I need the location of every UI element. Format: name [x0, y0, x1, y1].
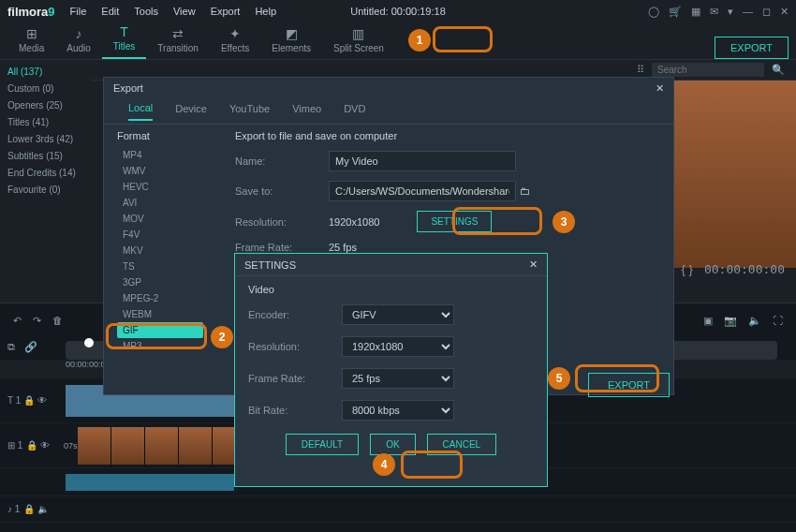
format-mov[interactable]: MOV: [117, 211, 203, 227]
sidebar-item-all[interactable]: All (137): [7, 64, 84, 81]
sidebar-item-subtitles[interactable]: Subtitles (15): [7, 148, 84, 165]
encoder-label: Encoder:: [248, 309, 342, 320]
menu-help[interactable]: Help: [255, 6, 276, 17]
maximize-icon[interactable]: ◻: [762, 6, 771, 18]
export-dialog-title: Export: [113, 82, 143, 94]
format-mp3[interactable]: MP3: [117, 338, 203, 354]
format-f4v[interactable]: F4V: [117, 227, 203, 243]
cancel-button[interactable]: CANCEL: [427, 434, 497, 455]
settings-dialog-title: SETTINGS: [244, 259, 296, 271]
sidebar-item-titles[interactable]: Titles (41): [7, 114, 84, 131]
bitrate-select[interactable]: 8000 kbps: [342, 400, 454, 421]
framerate-label: Frame Rate:: [235, 242, 329, 253]
settings-resolution-label: Resolution:: [248, 341, 342, 352]
settings-button[interactable]: SETTINGS: [417, 211, 492, 232]
export-desc: Export to file and save on computer: [235, 130, 397, 141]
default-button[interactable]: DEFAULT: [286, 434, 359, 455]
export-tab-dvd[interactable]: DVD: [344, 103, 365, 120]
encoder-select[interactable]: GIFV: [342, 304, 454, 325]
media-icon: ⊞: [26, 26, 37, 41]
cart-icon[interactable]: 🛒: [669, 6, 682, 18]
video-clip[interactable]: [78, 427, 246, 465]
export-button-bottom[interactable]: EXPORT: [588, 373, 670, 397]
bitrate-label: Bit Rate:: [248, 405, 342, 416]
ok-button[interactable]: OK: [370, 434, 415, 455]
format-3gp[interactable]: 3GP: [117, 274, 203, 290]
export-tab-device[interactable]: Device: [175, 103, 207, 120]
format-avi[interactable]: AVI: [117, 195, 203, 211]
clip-start-label: 07s: [64, 441, 78, 451]
speaker-icon[interactable]: 🔈: [748, 315, 761, 327]
tab-effects[interactable]: ✦Effects: [210, 22, 260, 59]
undo-icon[interactable]: ↶: [13, 315, 22, 327]
sidebar-item-custom[interactable]: Custom (0): [7, 81, 84, 97]
resolution-value: 1920x1080: [329, 216, 379, 228]
export-close-icon[interactable]: ✕: [656, 82, 664, 95]
resolution-select[interactable]: 1920x1080: [342, 336, 454, 357]
app-logo: filmora9: [7, 5, 55, 19]
menu-edit[interactable]: Edit: [101, 6, 119, 17]
audio-icon: ♪: [76, 26, 82, 41]
export-tab-youtube[interactable]: YouTube: [229, 103, 270, 120]
main-tabs: ⊞Media ♪Audio TTitles ⇄Transition ✦Effec…: [0, 22, 796, 60]
format-header: Format: [117, 130, 203, 141]
export-tab-local[interactable]: Local: [128, 102, 153, 121]
tab-media[interactable]: ⊞Media: [7, 22, 55, 59]
format-webm[interactable]: WEBM: [117, 306, 203, 322]
track-audio[interactable]: ♪ 1 🔒 🔈: [0, 496, 796, 523]
account-icon[interactable]: ◯: [648, 6, 659, 18]
grid-icon[interactable]: ▦: [691, 6, 700, 18]
step-marker-4: 4: [373, 453, 395, 476]
step-marker-5: 5: [548, 367, 570, 390]
format-hevc[interactable]: HEVC: [117, 179, 203, 195]
menu-tools[interactable]: Tools: [134, 6, 158, 17]
tab-audio[interactable]: ♪Audio: [55, 22, 102, 59]
menu-view[interactable]: View: [173, 6, 196, 17]
format-mp4[interactable]: MP4: [117, 147, 203, 163]
search-input[interactable]: [652, 63, 764, 77]
export-button-top[interactable]: EXPORT: [715, 37, 789, 59]
camera-icon[interactable]: 📷: [724, 315, 737, 327]
audio-clip[interactable]: [66, 474, 234, 491]
sidebar-item-endcredits[interactable]: End Credits (14): [7, 165, 84, 182]
tab-split-screen[interactable]: ▥Split Screen: [322, 22, 395, 59]
sidebar-item-openers[interactable]: Openers (25): [7, 97, 84, 114]
delete-icon[interactable]: 🗑: [52, 315, 63, 326]
minimize-icon[interactable]: —: [743, 6, 753, 17]
name-input[interactable]: [329, 151, 516, 171]
sidebar-item-lower3rds[interactable]: Lower 3rds (42): [7, 131, 84, 148]
titles-icon: T: [120, 24, 128, 39]
tab-titles[interactable]: TTitles: [102, 21, 147, 59]
settings-close-icon[interactable]: ✕: [529, 259, 538, 271]
close-window-icon[interactable]: ✕: [780, 6, 789, 18]
redo-icon[interactable]: ↷: [33, 315, 41, 327]
export-tab-vimeo[interactable]: Vimeo: [292, 103, 321, 120]
link-icon[interactable]: 🔗: [24, 341, 37, 353]
braces-icon[interactable]: { }: [682, 262, 693, 276]
format-mpeg2[interactable]: MPEG-2: [117, 290, 203, 306]
mail-icon[interactable]: ✉: [710, 6, 718, 18]
elements-icon: ◩: [286, 26, 298, 41]
folder-icon[interactable]: 🗀: [520, 185, 530, 197]
tab-elements[interactable]: ◩Elements: [260, 22, 322, 59]
sidebar-item-favourite[interactable]: Favourite (0): [7, 182, 84, 199]
tab-transition[interactable]: ⇄Transition: [146, 22, 210, 59]
dropdown-icon[interactable]: ▾: [728, 6, 733, 18]
menu-file[interactable]: File: [70, 6, 87, 17]
format-ts[interactable]: TS: [117, 259, 203, 274]
format-wmv[interactable]: WMV: [117, 163, 203, 179]
step-marker-3: 3: [553, 211, 575, 233]
format-gif[interactable]: GIF: [117, 322, 203, 338]
framerate-select[interactable]: 25 fps: [342, 368, 454, 389]
save-path-input[interactable]: [329, 181, 516, 201]
layers-icon[interactable]: ⧉: [7, 341, 15, 353]
fullscreen-icon[interactable]: ⛶: [773, 315, 783, 326]
screenshot-icon[interactable]: ▣: [703, 315, 713, 327]
framerate-value: 25 fps: [329, 242, 357, 253]
search-icon[interactable]: 🔍: [772, 64, 785, 76]
name-label: Name:: [235, 155, 329, 167]
menu-export[interactable]: Export: [211, 6, 241, 17]
format-mkv[interactable]: MKV: [117, 243, 203, 259]
view-grid-icon[interactable]: ⠿: [637, 64, 644, 76]
save-label: Save to:: [235, 185, 329, 197]
